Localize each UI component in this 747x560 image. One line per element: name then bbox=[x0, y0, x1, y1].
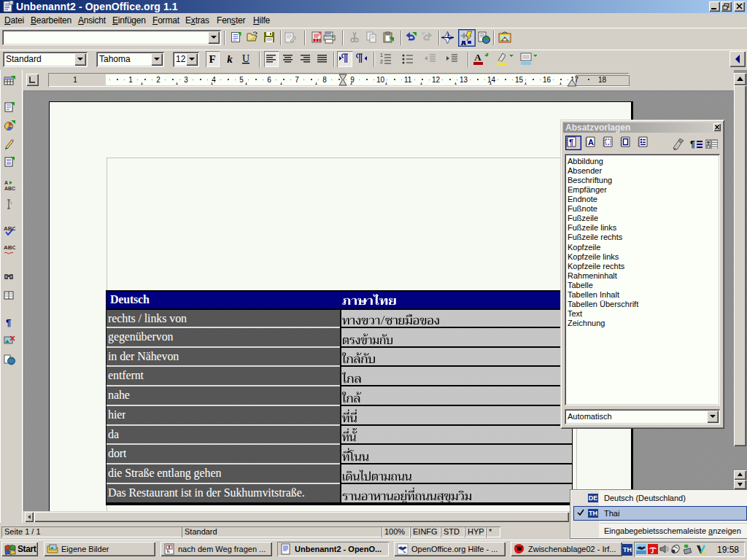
svg-text:A: A bbox=[588, 138, 594, 147]
svg-text:ABC: ABC bbox=[4, 186, 15, 191]
svg-text:1: 1 bbox=[380, 52, 383, 58]
svg-text:¶: ¶ bbox=[6, 317, 11, 328]
svg-text:ABC: ABC bbox=[4, 225, 15, 232]
svg-text:ABC: ABC bbox=[4, 244, 15, 251]
svg-text:¶: ¶ bbox=[690, 139, 695, 149]
svg-text:¶: ¶ bbox=[569, 138, 573, 147]
svg-text:k: k bbox=[227, 53, 233, 65]
svg-text:A: A bbox=[4, 180, 8, 185]
svg-text:U: U bbox=[242, 53, 249, 64]
svg-text:F: F bbox=[209, 53, 215, 65]
svg-text:2: 2 bbox=[380, 59, 383, 64]
svg-text:A: A bbox=[474, 52, 481, 63]
